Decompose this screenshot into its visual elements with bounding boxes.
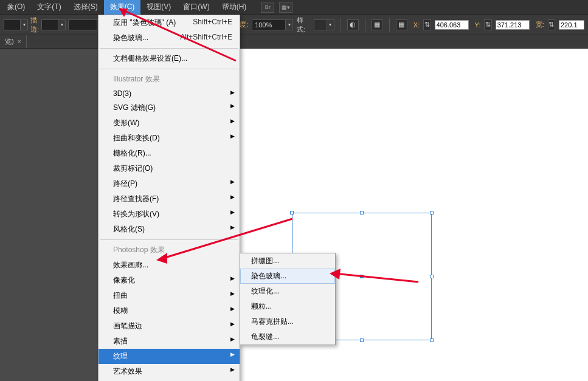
resize-handle-top-right[interactable] [430, 211, 434, 215]
submenu-arrow-icon: ▶ [230, 194, 235, 200]
menu-window[interactable]: 窗口(W) [177, 0, 215, 15]
stroke-swatch[interactable] [41, 19, 58, 30]
toolbar-separator [341, 18, 341, 32]
menu-item-svg-filters[interactable]: SVG 滤镜(G)▶ [99, 100, 240, 115]
menu-heading-illustrator-effects: Illustrator 效果 [99, 72, 240, 87]
fill-swatch[interactable] [4, 19, 21, 30]
submenu-arrow-icon: ▶ [230, 224, 235, 230]
style-caret[interactable]: ▾ [327, 19, 334, 30]
submenu-arrow-icon: ▶ [230, 133, 235, 139]
x-label: X: [413, 21, 420, 29]
stroke-weight-field[interactable] [68, 19, 97, 30]
resize-handle-middle-right[interactable] [430, 275, 434, 278]
menu-item-texture[interactable]: 纹理▶ [99, 349, 240, 364]
style-swatch[interactable] [314, 19, 327, 30]
transform-icon[interactable]: ▦ [396, 19, 407, 30]
menu-item-crop-marks[interactable]: 裁剪标记(O) [99, 161, 240, 176]
resize-handle-bottom-middle[interactable] [360, 338, 364, 342]
menu-item-distort-transform[interactable]: 扭曲和变换(D)▶ [99, 131, 240, 146]
menu-view[interactable]: 视图(V) [140, 0, 177, 15]
resize-handle-top-middle[interactable] [360, 211, 364, 215]
x-input[interactable] [435, 20, 469, 30]
menu-heading-photoshop-effects: Photoshop 效果 [99, 242, 240, 258]
submenu-item-texturizer[interactable]: 纹理化... [240, 284, 335, 299]
menu-select[interactable]: 选择(S) [67, 0, 104, 15]
menu-type[interactable]: 文字(T) [31, 0, 67, 15]
menu-item-effect-gallery[interactable]: 效果画廊... [99, 258, 240, 273]
y-label: Y: [475, 21, 481, 29]
opacity-caret[interactable]: ▾ [286, 19, 293, 30]
w-stepper-icon[interactable]: ⇅ [548, 19, 555, 30]
menu-item-last-effect[interactable]: 染色玻璃... Alt+Shift+Ctrl+E [99, 30, 240, 46]
menu-effect[interactable]: 效果(C) [104, 0, 141, 15]
opacity-input[interactable] [252, 19, 286, 30]
submenu-arrow-icon: ▶ [230, 366, 235, 372]
fill-dropdown-caret[interactable]: ▾ [21, 19, 28, 30]
bridge-icon[interactable]: Br [261, 2, 274, 13]
menu-item-pixelate[interactable]: 像素化▶ [99, 273, 240, 288]
submenu-arrow-icon: ▶ [230, 209, 235, 215]
stroke-label: 描边: [30, 16, 39, 34]
menu-item-3d[interactable]: 3D(3)▶ [99, 87, 240, 100]
menu-item-stylize-ai[interactable]: 风格化(S)▶ [99, 222, 240, 237]
menu-separator [100, 69, 238, 69]
submenu-item-patchwork[interactable]: 拼缀图... [240, 253, 335, 269]
resize-handle-top-left[interactable] [290, 211, 294, 215]
selection-center-point[interactable] [360, 275, 364, 278]
y-input[interactable] [496, 20, 530, 30]
stroke-dropdown-caret[interactable]: ▾ [58, 19, 66, 30]
menu-item-blur[interactable]: 模糊▶ [99, 303, 240, 318]
menu-item-sketch[interactable]: 素描▶ [99, 334, 240, 349]
submenu-arrow-icon: ▶ [230, 103, 235, 109]
submenu-arrow-icon: ▶ [230, 351, 235, 357]
recolor-icon[interactable]: ◐ [347, 19, 359, 30]
menu-item-label: 染色玻璃... [113, 33, 148, 42]
toolbar-separator [365, 18, 365, 32]
menu-item-path[interactable]: 路径(P)▶ [99, 176, 240, 191]
resize-handle-bottom-right[interactable] [430, 338, 434, 342]
menubar: 象(O) 文字(T) 选择(S) 效果(C) 视图(V) 窗口(W) 帮助(H)… [0, 0, 588, 15]
menu-item-distort-ps[interactable]: 扭曲▶ [99, 288, 240, 303]
stroke-group: ▾ 描边: ▾ ▾ [4, 16, 105, 34]
submenu-arrow-icon: ▶ [230, 179, 235, 185]
menu-item-pathfinder[interactable]: 路径查找器(F)▶ [99, 191, 240, 207]
y-stepper-icon[interactable]: ⇅ [484, 19, 491, 30]
submenu-arrow-icon: ▶ [230, 306, 235, 312]
menu-item-artistic[interactable]: 艺术效果▶ [99, 364, 240, 379]
submenu-item-grain[interactable]: 颗粒... [240, 299, 335, 314]
menu-help[interactable]: 帮助(H) [216, 0, 253, 15]
menu-object[interactable]: 象(O) [1, 0, 31, 15]
arrange-documents-icon[interactable]: ▦▾ [279, 2, 292, 13]
submenu-arrow-icon: ▶ [230, 336, 235, 342]
document-tabs: 览) × [0, 35, 588, 49]
menu-shortcut: Alt+Shift+Ctrl+E [180, 33, 232, 41]
align-icon[interactable]: ▦ [372, 19, 383, 30]
opacity-label: 度: [240, 20, 248, 29]
submenu-arrow-icon: ▶ [230, 89, 235, 95]
menu-separator [100, 48, 238, 49]
menu-item-brush-strokes[interactable]: 画笔描边▶ [99, 318, 240, 334]
effects-dropdown-menu: 应用 "染色玻璃" (A) Shift+Ctrl+E 染色玻璃... Alt+S… [98, 15, 240, 381]
submenu-item-stained-glass[interactable]: 染色玻璃... [240, 269, 335, 284]
document-tab[interactable]: 览) × [0, 35, 27, 48]
style-label: 样式: [297, 16, 310, 34]
document-tab-title: 览) [5, 37, 14, 46]
menu-item-apply-last-effect[interactable]: 应用 "染色玻璃" (A) Shift+Ctrl+E [99, 15, 240, 30]
w-input[interactable] [559, 20, 584, 30]
x-stepper-icon[interactable]: ⇅ [423, 19, 431, 30]
menu-item-document-raster-settings[interactable]: 文档栅格效果设置(E)... [99, 51, 240, 66]
control-toolbar: ▾ 描边: ▾ ▾ 度: ▾ 样式: ▾ ◐ ▦ ▦ X: ⇅ Y: ⇅ 宽: … [0, 15, 588, 35]
submenu-item-craquelure[interactable]: 龟裂缝... [240, 329, 335, 345]
menu-item-warp[interactable]: 变形(W)▶ [99, 115, 240, 131]
menu-item-convert-to-shape[interactable]: 转换为形状(V)▶ [99, 207, 240, 222]
close-icon[interactable]: × [18, 38, 21, 45]
menu-item-rasterize[interactable]: 栅格化(R)... [99, 146, 240, 161]
toolbar-separator [389, 18, 390, 32]
menu-separator [100, 239, 238, 240]
menu-shortcut: Shift+Ctrl+E [193, 18, 232, 26]
texture-submenu: 拼缀图... 染色玻璃... 纹理化... 颗粒... 马赛克拼贴... 龟裂缝… [240, 253, 336, 345]
submenu-arrow-icon: ▶ [230, 275, 235, 281]
submenu-arrow-icon: ▶ [230, 321, 235, 327]
submenu-arrow-icon: ▶ [230, 290, 235, 297]
submenu-item-mosaic-tiles[interactable]: 马赛克拼贴... [240, 314, 335, 329]
